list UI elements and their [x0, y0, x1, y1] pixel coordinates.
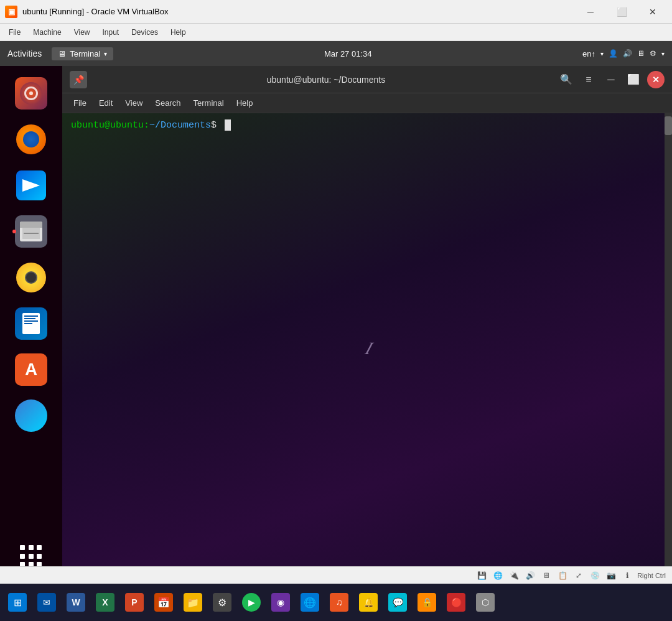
terminal-path: ~/Documents	[149, 120, 211, 131]
taskbar-explorer[interactable]: 📁	[179, 587, 207, 617]
terminal-menu-search[interactable]: Search	[149, 96, 187, 110]
chevron-down-icon: ▾	[104, 50, 107, 57]
terminal-menu-file[interactable]: File	[67, 96, 93, 110]
terminal-menu-edit[interactable]: Edit	[93, 96, 119, 110]
orange-app-icon: ♫	[330, 593, 348, 612]
dock-item-rhythmbox[interactable]	[10, 256, 52, 299]
terminal-pin-button[interactable]: 📌	[70, 71, 87, 88]
win-controls: ─ ⬜ ✕	[576, 2, 667, 21]
dock-item-writer[interactable]	[10, 302, 52, 345]
yellow-app-icon: 🔔	[359, 593, 378, 612]
red-app-icon: 🔴	[447, 593, 465, 612]
terminal-scrollbar[interactable]	[665, 113, 672, 584]
partial-app-icon	[15, 399, 47, 432]
dock-item-thunderbird[interactable]	[10, 164, 52, 207]
virtualbox-icon: ▣	[5, 6, 17, 18]
chevron-down-icon-lang: ▾	[600, 50, 604, 57]
terminal-restore-button[interactable]: ⬜	[625, 71, 642, 88]
grey-app-icon: ⬡	[476, 593, 495, 612]
taskbar-grey[interactable]: ⬡	[472, 587, 499, 617]
taskbar-yellow[interactable]: 🔔	[355, 587, 382, 617]
vm-usb-icon: 🔌	[508, 569, 520, 582]
taskbar-orange2[interactable]: 🔒	[413, 587, 441, 617]
thunderbird-icon	[15, 169, 47, 202]
win-restore-button[interactable]: ⬜	[607, 2, 636, 21]
terminal-scroll-thumb[interactable]	[665, 116, 672, 135]
taskbar-red[interactable]: 🔴	[442, 587, 470, 617]
taskbar-browser[interactable]: 🌐	[296, 587, 324, 617]
terminal-title: ubuntu@ubuntu: ~/Documents	[95, 75, 558, 85]
taskbar-purple[interactable]: ◉	[267, 587, 294, 617]
win-titlebar: ▣ ubuntu [Running] - Oracle VM VirtualBo…	[0, 0, 672, 24]
taskbar-calendar[interactable]: 📅	[150, 587, 177, 617]
ubuntu-logo-icon	[15, 77, 47, 110]
terminal-cursor	[225, 119, 231, 131]
vm-display-icon: 🖥	[540, 569, 553, 582]
powerpoint-icon: P	[125, 593, 144, 612]
taskbar-start[interactable]: ⊞	[4, 587, 31, 617]
dock-item-ubuntu[interactable]	[10, 72, 52, 114]
terminal-prompt: ubuntu@ubuntu:~/Documents$	[71, 119, 663, 131]
taskbar-excel[interactable]: X	[91, 587, 119, 617]
taskbar-cyan[interactable]: 💬	[384, 587, 411, 617]
terminal-body[interactable]: ubuntu@ubuntu:~/Documents$ 𝐼	[62, 113, 672, 584]
terminal-menu-terminal[interactable]: Terminal	[187, 96, 230, 110]
word-icon: W	[67, 593, 85, 612]
terminal-search-button[interactable]: 🔍	[558, 71, 575, 88]
files-notification-dot	[12, 230, 16, 233]
browser-icon: 🌐	[301, 593, 319, 612]
taskbar-mail[interactable]: ✉	[33, 587, 60, 617]
win-minimize-button[interactable]: ─	[576, 2, 605, 21]
dock-item-firefox[interactable]	[10, 118, 52, 161]
menu-view[interactable]: View	[68, 26, 96, 39]
taskbar-word[interactable]: W	[62, 587, 90, 617]
excel-icon: X	[96, 593, 114, 612]
menu-file[interactable]: File	[2, 26, 27, 39]
rhythmbox-icon	[15, 261, 47, 294]
activities-button[interactable]: Activities	[7, 49, 42, 58]
explorer-icon: 📁	[184, 593, 202, 612]
menu-help[interactable]: Help	[164, 26, 192, 39]
ubuntu-topbar: Activities 🖥 Terminal ▾ Mar 27 01:34 en↑…	[0, 41, 672, 66]
terminal-close-button[interactable]: ✕	[647, 71, 665, 88]
system-icons: en↑ ▾ 👤 🔊 🖥 ⚙ ▾	[582, 49, 665, 58]
menu-machine[interactable]: Machine	[27, 26, 67, 39]
dock-item-partial[interactable]	[10, 395, 52, 437]
terminal-taskbar-button[interactable]: 🖥 Terminal ▾	[52, 47, 113, 60]
vm-harddisk-icon: 💾	[475, 569, 488, 582]
taskbar-settings[interactable]: ⚙	[208, 587, 236, 617]
taskbar-powerpoint[interactable]: P	[121, 587, 148, 617]
taskbar-orange[interactable]: ♫	[325, 587, 353, 617]
vm-info-icon: ℹ	[621, 569, 633, 582]
chevron-down-icon-sys: ▾	[661, 50, 665, 57]
ubuntu-dock: A	[0, 66, 62, 584]
terminal-menu-button[interactable]: ≡	[580, 71, 597, 88]
battery-icon: 🖥	[637, 49, 645, 58]
terminal-menu-help[interactable]: Help	[230, 96, 259, 110]
menu-devices[interactable]: Devices	[125, 26, 164, 39]
volume-icon: 🔊	[623, 49, 632, 58]
dock-item-files[interactable]	[10, 210, 52, 253]
system-clock: Mar 27 01:34	[113, 49, 582, 58]
win-title: ubuntu [Running] - Oracle VM VirtualBox	[22, 7, 576, 16]
terminal-minimize-button[interactable]: ─	[602, 71, 620, 88]
menu-input[interactable]: Input	[96, 26, 126, 39]
vm-cd-icon: 💿	[589, 569, 601, 582]
taskbar-media[interactable]: ▶	[238, 587, 265, 617]
cyan-app-icon: 💬	[388, 593, 407, 612]
win-taskbar: ⊞ ✉ W X P 📅	[0, 584, 672, 621]
win-close-button[interactable]: ✕	[638, 2, 667, 21]
terminal-menubar: File Edit View Search Terminal Help	[62, 93, 672, 113]
lang-indicator[interactable]: en↑	[582, 49, 595, 58]
terminal-label: Terminal	[70, 49, 100, 58]
orange2-app-icon: 🔒	[418, 593, 436, 612]
terminal-titlebar: 📌 ubuntu@ubuntu: ~/Documents 🔍 ≡ ─ ⬜ ✕	[62, 66, 672, 93]
start-icon: ⊞	[8, 593, 27, 612]
vm-drag-icon: ⤢	[572, 569, 585, 582]
vm-network-icon: 🌐	[492, 569, 504, 582]
terminal-menu-view[interactable]: View	[119, 96, 149, 110]
win-menubar: File Machine View Input Devices Help	[0, 24, 672, 41]
dock-item-appstore[interactable]: A	[10, 348, 52, 391]
vbox-statusbar: 💾 🌐 🔌 🔊 🖥 📋 ⤢ 💿 📷 ℹ Right Ctrl	[0, 566, 672, 584]
text-cursor-indicator: 𝐼	[365, 339, 370, 359]
